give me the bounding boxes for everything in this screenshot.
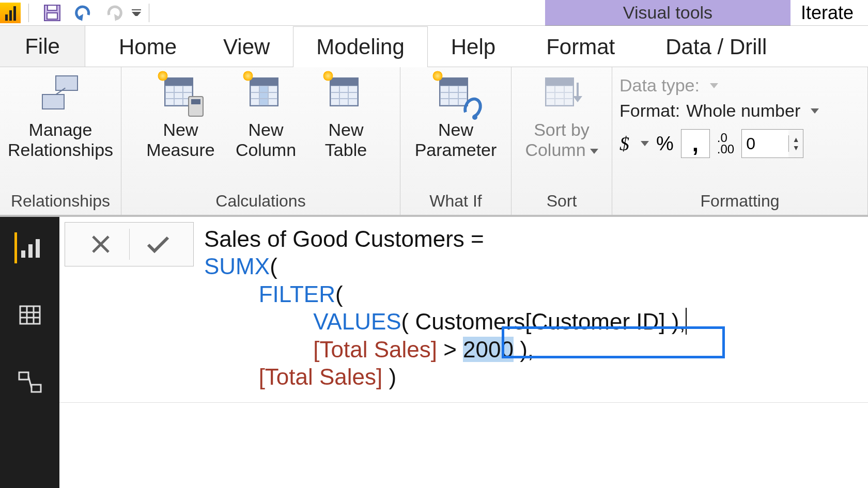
group-sort: Sort by Column Sort (512, 67, 612, 215)
group-label: Sort (512, 188, 612, 215)
tab-data-drill[interactable]: Data / Drill (642, 26, 790, 67)
left-view-rail (0, 217, 59, 488)
dax-function-filter: FILTER (259, 281, 335, 307)
formula-bar: Sales of Good Customers = SUMX( FILTER( … (59, 217, 868, 403)
button-label: Sort by Column (525, 120, 598, 160)
tab-home[interactable]: Home (96, 26, 200, 67)
sort-by-column-button[interactable]: Sort by Column (515, 71, 609, 160)
new-table-button[interactable]: New Table (307, 71, 385, 160)
svg-line-15 (28, 376, 32, 388)
svg-rect-8 (20, 306, 40, 324)
window-title-fragment: Iterate (791, 2, 868, 24)
redo-button[interactable] (103, 2, 126, 24)
thousand-separator-button[interactable]: , (681, 129, 710, 158)
format-dropdown[interactable]: Format: Whole number (612, 100, 867, 122)
tab-modeling[interactable]: Modeling (293, 26, 427, 67)
new-column-button[interactable]: New Column (225, 71, 307, 160)
svg-rect-6 (28, 244, 33, 258)
group-label: Relationships (0, 188, 121, 215)
new-parameter-button[interactable]: New Parameter (404, 71, 507, 160)
chevron-down-icon (710, 83, 718, 88)
quick-access-toolbar: Visual tools Iterate (0, 0, 868, 26)
data-type-dropdown[interactable]: Data type: (612, 74, 867, 97)
step-down-icon[interactable]: ▼ (789, 144, 803, 152)
data-type-label: Data type: (619, 75, 700, 96)
cancel-formula-button[interactable] (72, 223, 129, 265)
group-label: Formatting (612, 188, 867, 215)
button-label: New Table (325, 120, 367, 160)
percent-button[interactable]: % (656, 133, 674, 155)
tab-view[interactable]: View (200, 26, 293, 67)
group-relationships: Manage Relationships Relationships (0, 67, 121, 215)
workspace: Iter Sales of Good Customers = SUMX( FIL… (0, 217, 868, 488)
svg-rect-13 (19, 372, 28, 380)
app-logo (0, 3, 21, 23)
svg-rect-1 (48, 5, 57, 10)
format-label: Format: (619, 101, 680, 121)
svg-rect-2 (47, 13, 57, 19)
commit-formula-button[interactable] (130, 223, 187, 265)
button-label: Manage Relationships (8, 120, 113, 160)
ribbon-tabstrip: File Home View Modeling Help Format Data… (0, 26, 868, 67)
separator (149, 4, 149, 22)
new-measure-button[interactable]: New Measure (137, 71, 225, 160)
tab-help[interactable]: Help (428, 26, 519, 67)
group-formatting: Data type: Format: Whole number $ % , .0… (612, 67, 868, 215)
button-label: New Column (236, 120, 296, 160)
group-what-if: New Parameter What If (400, 67, 512, 215)
qat-customize-dropdown[interactable] (132, 9, 141, 16)
decimal-places-stepper[interactable]: ▲▼ (741, 129, 803, 158)
report-view-button[interactable] (14, 232, 45, 263)
currency-button[interactable]: $ (619, 132, 629, 155)
contextual-tab-visual-tools[interactable]: Visual tools (545, 0, 791, 26)
model-view-button[interactable] (14, 367, 45, 398)
separator (28, 4, 29, 22)
svg-rect-7 (36, 239, 40, 258)
dax-function-values: VALUES (313, 309, 401, 334)
formula-editor[interactable]: Sales of Good Customers = SUMX( FILTER( … (199, 217, 868, 401)
dax-function-sumx: SUMX (204, 254, 270, 279)
selected-text: 2000 (463, 337, 514, 362)
svg-rect-5 (21, 250, 25, 258)
chevron-down-icon (590, 149, 598, 154)
chevron-down-icon (811, 108, 819, 114)
step-up-icon[interactable]: ▲ (789, 135, 803, 144)
tab-format[interactable]: Format (519, 26, 642, 67)
manage-relationships-button[interactable]: Manage Relationships (4, 71, 117, 160)
group-label: What If (400, 188, 511, 215)
format-value: Whole number (686, 101, 800, 121)
tab-file[interactable]: File (0, 26, 85, 67)
decimal-icon[interactable]: .0 .00 (717, 132, 734, 154)
group-calculations: New Measure New Column New Table Calcula… (121, 67, 400, 215)
button-label: New Parameter (415, 120, 497, 160)
dax-measure-ref: [Total Sales] (313, 337, 437, 362)
save-button[interactable] (41, 2, 64, 24)
measure-name: Sales of Good Customers = (204, 226, 490, 251)
ribbon: Manage Relationships Relationships New M… (0, 67, 868, 217)
undo-button[interactable] (72, 2, 95, 24)
formula-controls (65, 222, 194, 266)
dax-measure-ref: [Total Sales] (259, 364, 383, 389)
data-view-button[interactable] (14, 300, 45, 330)
decimal-places-input[interactable] (742, 130, 788, 158)
text-cursor (686, 308, 687, 335)
group-label: Calculations (121, 188, 400, 215)
canvas-area: Iter Sales of Good Customers = SUMX( FIL… (59, 217, 868, 488)
button-label: New Measure (146, 120, 214, 160)
chevron-down-icon[interactable] (641, 141, 649, 146)
svg-rect-14 (32, 385, 41, 392)
